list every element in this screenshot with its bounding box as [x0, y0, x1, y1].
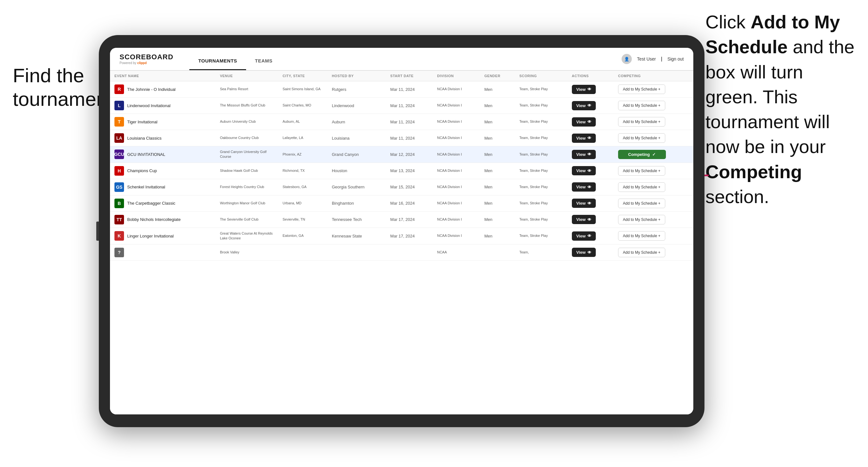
gender-cell: Men: [480, 179, 515, 195]
view-button[interactable]: View 👁: [572, 101, 596, 110]
table-row: K Linger Longer Invitational Great Water…: [110, 227, 693, 244]
hosted-by-cell: Rutgers: [328, 81, 386, 97]
scoring-cell: Team, Stroke Play: [515, 146, 567, 163]
hosted-by-cell: Grand Canyon: [328, 146, 386, 163]
team-logo: GS: [115, 182, 124, 192]
table-row: T Tiger Invitational Auburn University C…: [110, 114, 693, 130]
add-to-schedule-button[interactable]: Add to My Schedule +: [618, 101, 665, 110]
view-button[interactable]: View 👁: [572, 182, 596, 192]
actions-cell: View 👁: [567, 146, 614, 163]
logo-text: SCOREBOARD: [120, 54, 174, 61]
table-row: B The Carpetbagger Classic Worthington M…: [110, 195, 693, 211]
nav-tabs: TOURNAMENTS TEAMS: [189, 48, 281, 70]
venue-cell: Forest Heights Country Club: [216, 179, 278, 195]
annotation-right: Click Add to My Schedule and the box wil…: [706, 9, 859, 209]
eye-icon: 👁: [588, 234, 591, 238]
hosted-by-cell: Binghamton: [328, 195, 386, 211]
division-cell: NCAA Division I: [433, 81, 480, 97]
venue-cell: Auburn University Club: [216, 114, 278, 130]
actions-cell: View 👁: [567, 97, 614, 114]
add-schedule-label: Add to My Schedule +: [623, 136, 660, 140]
add-to-schedule-button[interactable]: Add to My Schedule +: [618, 85, 665, 94]
event-name-cell: GS Schenkel Invitational: [110, 179, 216, 195]
col-gender: GENDER: [480, 71, 515, 81]
gender-cell: Men: [480, 81, 515, 97]
actions-cell: View 👁: [567, 211, 614, 227]
team-logo: TT: [115, 215, 124, 224]
tournaments-table: EVENT NAME VENUE CITY, STATE HOSTED BY S…: [110, 71, 693, 261]
add-to-schedule-button[interactable]: Add to My Schedule +: [618, 198, 665, 208]
venue-cell: Brook Valley: [216, 244, 278, 260]
add-to-schedule-button[interactable]: Add to My Schedule +: [618, 133, 665, 143]
add-schedule-label: Add to My Schedule +: [623, 185, 660, 189]
division-cell: NCAA Division I: [433, 146, 480, 163]
event-name-text: GCU INVITATIONAL: [127, 152, 165, 157]
team-logo: ?: [115, 248, 124, 257]
add-to-schedule-button[interactable]: Add to My Schedule +: [618, 117, 665, 127]
event-name-text: Bobby Nichols Intercollegiate: [127, 217, 181, 222]
hosted-by-cell: Tennessee Tech: [328, 211, 386, 227]
venue-cell: The Missouri Bluffs Golf Club: [216, 97, 278, 114]
gender-cell: Men: [480, 195, 515, 211]
event-name-text: The Johnnie - O Individual: [127, 87, 176, 92]
start-date-cell: Mar 11, 2024: [386, 81, 433, 97]
competing-cell: Add to My Schedule +: [614, 162, 693, 179]
scoring-cell: Team, Stroke Play: [515, 114, 567, 130]
scoring-cell: Team, Stroke Play: [515, 179, 567, 195]
add-to-schedule-button[interactable]: Add to My Schedule +: [618, 215, 665, 224]
app-header: SCOREBOARD Powered by clippd TOURNAMENTS…: [110, 48, 693, 71]
tournaments-table-container: EVENT NAME VENUE CITY, STATE HOSTED BY S…: [110, 71, 693, 414]
view-button[interactable]: View 👁: [572, 85, 596, 94]
table-row: TT Bobby Nichols Intercollegiate The Sev…: [110, 211, 693, 227]
venue-cell: Grand Canyon University Golf Course: [216, 146, 278, 163]
tab-tournaments[interactable]: TOURNAMENTS: [189, 52, 246, 70]
team-logo: LA: [115, 133, 124, 143]
clippd-logo: clippd: [137, 61, 147, 65]
table-row: GS Schenkel Invitational Forest Heights …: [110, 179, 693, 195]
logo-area: SCOREBOARD Powered by clippd: [120, 54, 174, 65]
team-logo: B: [115, 198, 124, 208]
start-date-cell: Mar 12, 2024: [386, 146, 433, 163]
hosted-by-cell: Lindenwood: [328, 97, 386, 114]
scoring-cell: Team, Stroke Play: [515, 130, 567, 146]
tab-teams[interactable]: TEAMS: [246, 52, 281, 70]
eye-icon: 👁: [588, 87, 591, 92]
view-button[interactable]: View 👁: [572, 117, 596, 127]
event-name-text: Linger Longer Invitational: [127, 234, 174, 239]
hosted-by-cell: Georgia Southern: [328, 179, 386, 195]
view-button[interactable]: View 👁: [572, 166, 596, 175]
city-state-cell: Saint Simons Island, GA: [278, 81, 327, 97]
sign-out-link[interactable]: Sign out: [668, 56, 684, 62]
competing-label: Competing: [628, 152, 650, 157]
team-logo: GCU: [115, 150, 124, 159]
actions-cell: View 👁: [567, 179, 614, 195]
competing-button[interactable]: Competing ✓: [618, 150, 666, 159]
actions-cell: View 👁: [567, 81, 614, 97]
add-to-schedule-button[interactable]: Add to My Schedule +: [618, 231, 665, 241]
add-to-schedule-button[interactable]: Add to My Schedule +: [618, 248, 665, 257]
tablet-screen: SCOREBOARD Powered by clippd TOURNAMENTS…: [110, 48, 693, 414]
team-logo: H: [115, 166, 124, 176]
add-schedule-label: Add to My Schedule +: [623, 217, 660, 222]
view-button[interactable]: View 👁: [572, 248, 596, 257]
view-button[interactable]: View 👁: [572, 231, 596, 241]
view-button[interactable]: View 👁: [572, 198, 596, 208]
hosted-by-cell: Kennesaw State: [328, 227, 386, 244]
view-button[interactable]: View 👁: [572, 215, 596, 224]
eye-icon: 👁: [588, 250, 591, 255]
table-row: H Champions Cup Shadow Hawk Golf ClubRic…: [110, 162, 693, 179]
add-to-schedule-button[interactable]: Add to My Schedule +: [618, 166, 665, 176]
view-button[interactable]: View 👁: [572, 133, 596, 143]
view-button[interactable]: View 👁: [572, 150, 596, 159]
event-name-text: Lindenwood Invitational: [127, 103, 170, 108]
add-to-schedule-button[interactable]: Add to My Schedule +: [618, 182, 665, 192]
team-logo: R: [115, 85, 124, 94]
actions-cell: View 👁: [567, 227, 614, 244]
scoring-cell: Team,: [515, 244, 567, 260]
col-hosted-by: HOSTED BY: [328, 71, 386, 81]
start-date-cell: Mar 15, 2024: [386, 179, 433, 195]
scoring-cell: Team, Stroke Play: [515, 211, 567, 227]
event-name-cell: LA Louisiana Classics: [110, 130, 216, 146]
gender-cell: Men: [480, 114, 515, 130]
competing-cell: Competing ✓: [614, 146, 693, 163]
